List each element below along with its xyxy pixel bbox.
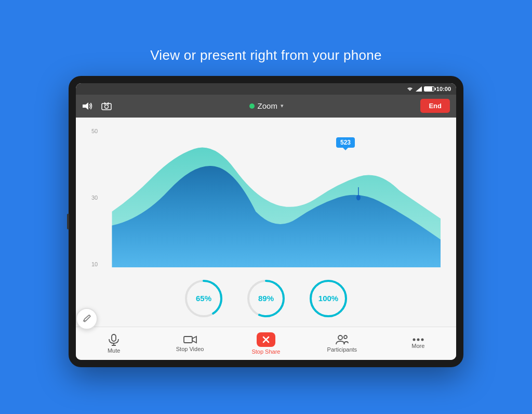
zoom-label: Zoom [258, 101, 277, 110]
toolbar-stop-share[interactable]: Stop Share [248, 332, 284, 355]
tablet-screen: 10:00 [76, 83, 456, 360]
metric-circle-65: 65% [183, 278, 224, 319]
metrics-row: 65% 89% 100% [76, 273, 456, 327]
status-icons: 10:00 [406, 86, 451, 92]
tablet-side-button [67, 214, 69, 229]
bottom-toolbar: Mute Stop Video [76, 327, 456, 360]
zoom-chevron-icon: ▾ [281, 102, 284, 109]
stop-share-icon [257, 332, 275, 347]
stop-video-icon [183, 335, 197, 344]
svg-rect-10 [112, 334, 116, 341]
stop-video-label: Stop Video [176, 346, 204, 352]
page-title: View or present right from your phone [150, 47, 382, 63]
svg-point-20 [421, 338, 423, 341]
metric-value-65: 65% [196, 294, 211, 303]
participants-label: Participants [327, 346, 357, 353]
svg-point-18 [413, 338, 415, 341]
more-label: More [411, 343, 424, 349]
zoom-status-dot [249, 104, 255, 109]
metric-value-100: 100% [318, 294, 338, 303]
svg-rect-13 [184, 337, 192, 343]
status-time: 10:00 [436, 86, 451, 92]
toolbar-mute[interactable]: Mute [96, 333, 132, 354]
chart-svg [91, 128, 441, 267]
participants-icon [335, 334, 349, 345]
stop-share-label: Stop Share [251, 348, 280, 355]
end-button[interactable]: End [420, 99, 450, 113]
toolbar-participants[interactable]: Participants [324, 334, 360, 353]
svg-marker-0 [416, 86, 422, 92]
zoom-badge[interactable]: Zoom ▾ [249, 101, 284, 110]
svg-point-19 [417, 338, 419, 341]
chart-area: 50 30 10 [76, 118, 456, 273]
speaker-icon-btn[interactable] [82, 101, 94, 111]
battery-icon [424, 86, 434, 92]
speaker-icon [82, 101, 94, 111]
top-bar-left [82, 101, 112, 111]
chart-tooltip: 523 [336, 137, 355, 148]
tablet-device: 10:00 [69, 76, 463, 367]
toolbar-stop-video[interactable]: Stop Video [172, 335, 208, 352]
toolbar-more[interactable]: More [400, 338, 436, 349]
more-icon [413, 338, 424, 341]
svg-point-17 [344, 335, 347, 339]
svg-marker-1 [83, 102, 88, 110]
metric-value-89: 89% [258, 294, 274, 303]
metric-circle-89: 89% [245, 278, 287, 319]
camera-flip-btn[interactable] [101, 101, 112, 111]
signal-icon [416, 86, 422, 92]
status-bar: 10:00 [76, 83, 456, 95]
stop-share-icon-wrap [257, 332, 275, 347]
mute-icon [108, 333, 119, 346]
top-bar: Zoom ▾ End [76, 95, 456, 118]
svg-point-3 [105, 105, 109, 108]
floating-edit-button[interactable] [76, 308, 98, 330]
svg-point-16 [338, 335, 342, 340]
mute-label: Mute [108, 347, 120, 354]
wifi-icon [406, 86, 414, 92]
metric-circle-100: 100% [308, 278, 349, 319]
edit-icon [83, 315, 91, 323]
camera-flip-icon [101, 101, 112, 111]
